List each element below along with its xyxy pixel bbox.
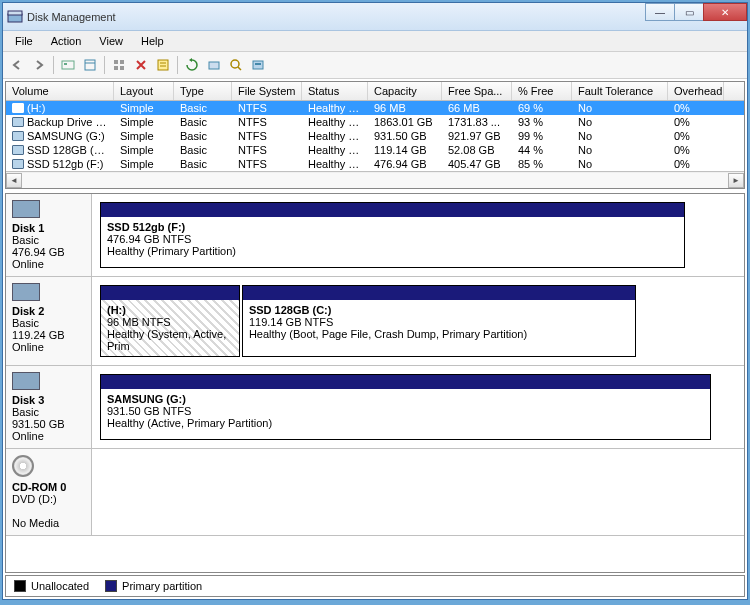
disk-label[interactable]: Disk 1Basic476.94 GBOnline (6, 194, 92, 276)
menu-help[interactable]: Help (133, 33, 172, 49)
toolbar-icon-9[interactable] (248, 55, 268, 75)
volume-icon (12, 159, 24, 169)
disk-row: Disk 3Basic931.50 GBOnlineSAMSUNG (G:)93… (6, 366, 744, 449)
partition[interactable]: SAMSUNG (G:)931.50 GB NTFSHealthy (Activ… (100, 374, 711, 440)
partition[interactable]: SSD 512gb (F:)476.94 GB NTFSHealthy (Pri… (100, 202, 685, 268)
col-fault[interactable]: Fault Tolerance (572, 82, 668, 100)
partition-body: SSD 128GB (C:)119.14 GB NTFSHealthy (Boo… (243, 300, 635, 356)
svg-rect-9 (120, 66, 124, 70)
col-type[interactable]: Type (174, 82, 232, 100)
partition-container (92, 449, 744, 535)
horizontal-scrollbar[interactable]: ◄ ► (6, 171, 744, 188)
svg-rect-10 (158, 60, 168, 70)
partition-stripe (243, 286, 635, 300)
toolbar-icon-3[interactable] (109, 55, 129, 75)
table-header: Volume Layout Type File System Status Ca… (6, 82, 744, 101)
partition-body: SSD 512gb (F:)476.94 GB NTFSHealthy (Pri… (101, 217, 684, 267)
titlebar[interactable]: Disk Management — ▭ ✕ (3, 3, 747, 31)
svg-rect-7 (120, 60, 124, 64)
cdrom-icon (12, 455, 34, 477)
maximize-button[interactable]: ▭ (674, 3, 704, 21)
menu-action[interactable]: Action (43, 33, 90, 49)
disk-icon (12, 200, 40, 218)
partition-container: (H:)96 MB NTFSHealthy (System, Active, P… (92, 277, 744, 365)
col-overhead[interactable]: Overhead (668, 82, 724, 100)
partition-body: (H:)96 MB NTFSHealthy (System, Active, P… (101, 300, 239, 356)
back-button[interactable] (7, 55, 27, 75)
partition-stripe (101, 375, 710, 389)
svg-line-15 (238, 67, 241, 70)
volume-row[interactable]: SAMSUNG (G:)SimpleBasicNTFSHealthy (A...… (6, 129, 744, 143)
disk-label[interactable]: Disk 3Basic931.50 GBOnline (6, 366, 92, 448)
volume-icon (12, 117, 24, 127)
minimize-button[interactable]: — (645, 3, 675, 21)
svg-rect-8 (114, 66, 118, 70)
disk-icon (12, 372, 40, 390)
volume-row[interactable]: SSD 512gb (F:)SimpleBasicNTFSHealthy (P.… (6, 157, 744, 171)
svg-rect-13 (209, 62, 219, 69)
col-pctfree[interactable]: % Free (512, 82, 572, 100)
disk-row: Disk 1Basic476.94 GBOnlineSSD 512gb (F:)… (6, 194, 744, 277)
toolbar-icon-7[interactable] (204, 55, 224, 75)
volume-row[interactable]: Backup Drive (Z:)SimpleBasicNTFSHealthy … (6, 115, 744, 129)
partition-stripe (101, 286, 239, 300)
svg-rect-17 (255, 63, 261, 65)
col-freespace[interactable]: Free Spa... (442, 82, 512, 100)
legend-unallocated: Unallocated (14, 580, 89, 592)
svg-rect-2 (62, 61, 74, 69)
volume-icon (12, 145, 24, 155)
svg-rect-3 (64, 63, 67, 65)
volume-list-pane: Volume Layout Type File System Status Ca… (5, 81, 745, 189)
legend: Unallocated Primary partition (5, 575, 745, 597)
partition-body: SAMSUNG (G:)931.50 GB NTFSHealthy (Activ… (101, 389, 710, 439)
volume-rows: (H:)SimpleBasicNTFSHealthy (S...96 MB66 … (6, 101, 744, 171)
svg-rect-6 (114, 60, 118, 64)
partition-stripe (101, 203, 684, 217)
col-filesystem[interactable]: File System (232, 82, 302, 100)
scroll-track[interactable] (22, 173, 728, 188)
app-icon (7, 9, 23, 25)
col-layout[interactable]: Layout (114, 82, 174, 100)
col-status[interactable]: Status (302, 82, 368, 100)
volume-icon (12, 103, 24, 113)
toolbar-icon-2[interactable] (80, 55, 100, 75)
delete-icon[interactable] (131, 55, 151, 75)
partition-container: SSD 512gb (F:)476.94 GB NTFSHealthy (Pri… (92, 194, 744, 276)
svg-rect-1 (8, 11, 22, 15)
disk-row: Disk 2Basic119.24 GBOnline(H:)96 MB NTFS… (6, 277, 744, 366)
properties-icon[interactable] (153, 55, 173, 75)
disk-icon (12, 283, 40, 301)
col-volume[interactable]: Volume (6, 82, 114, 100)
legend-primary: Primary partition (105, 580, 202, 592)
scroll-left-icon[interactable]: ◄ (6, 173, 22, 188)
toolbar-icon-1[interactable] (58, 55, 78, 75)
svg-rect-4 (85, 60, 95, 70)
partition[interactable]: (H:)96 MB NTFSHealthy (System, Active, P… (100, 285, 240, 357)
svg-point-14 (231, 60, 239, 68)
disk-label[interactable]: Disk 2Basic119.24 GBOnline (6, 277, 92, 365)
toolbar (3, 52, 747, 79)
graphical-disk-pane: Disk 1Basic476.94 GBOnlineSSD 512gb (F:)… (5, 193, 745, 573)
volume-row[interactable]: SSD 128GB (C:)SimpleBasicNTFSHealthy (B.… (6, 143, 744, 157)
volume-row[interactable]: (H:)SimpleBasicNTFSHealthy (S...96 MB66 … (6, 101, 744, 115)
partition[interactable]: SSD 128GB (C:)119.14 GB NTFSHealthy (Boo… (242, 285, 636, 357)
menu-view[interactable]: View (91, 33, 131, 49)
col-capacity[interactable]: Capacity (368, 82, 442, 100)
menu-file[interactable]: File (7, 33, 41, 49)
search-icon[interactable] (226, 55, 246, 75)
scroll-right-icon[interactable]: ► (728, 173, 744, 188)
window-title: Disk Management (27, 11, 116, 23)
close-button[interactable]: ✕ (703, 3, 747, 21)
disk-row: CD-ROM 0DVD (D:)No Media (6, 449, 744, 536)
partition-container: SAMSUNG (G:)931.50 GB NTFSHealthy (Activ… (92, 366, 744, 448)
menubar: File Action View Help (3, 31, 747, 52)
forward-button[interactable] (29, 55, 49, 75)
disk-management-window: Disk Management — ▭ ✕ File Action View H… (2, 2, 748, 600)
refresh-icon[interactable] (182, 55, 202, 75)
volume-icon (12, 131, 24, 141)
disk-label[interactable]: CD-ROM 0DVD (D:)No Media (6, 449, 92, 535)
